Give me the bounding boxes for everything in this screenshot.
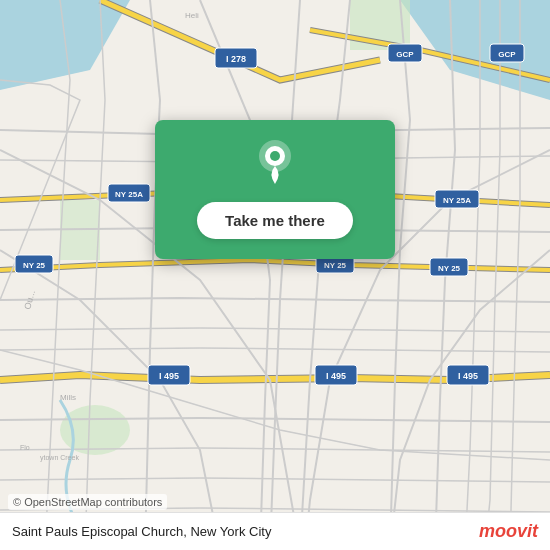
svg-text:NY 25A: NY 25A [115,190,143,199]
bottom-bar: Saint Pauls Episcopal Church, New York C… [0,512,550,550]
svg-text:NY 25: NY 25 [324,261,347,270]
svg-text:GCP: GCP [396,50,414,59]
svg-text:I 495: I 495 [326,371,346,381]
svg-text:Heli: Heli [185,11,199,20]
svg-text:GCP: GCP [498,50,516,59]
location-label: Saint Pauls Episcopal Church, New York C… [12,524,271,539]
svg-point-8 [60,405,130,455]
svg-text:I 495: I 495 [159,371,179,381]
svg-point-38 [270,151,280,161]
location-pin-icon [248,136,302,190]
svg-text:Mills: Mills [60,393,76,402]
svg-text:ytown Creek: ytown Creek [40,454,79,462]
svg-text:I 278: I 278 [226,54,246,64]
moovit-logo: moovit [479,521,538,542]
moovit-logo-text: moovit [479,521,538,542]
svg-text:NY 25: NY 25 [438,264,461,273]
map-svg: I 278 GCP GCP NY 25A NY 25A NY 25 NY 25 … [0,0,550,550]
take-me-there-button[interactable]: Take me there [197,202,353,239]
svg-text:Flo: Flo [20,444,30,451]
map-attribution: © OpenStreetMap contributors [8,494,167,510]
map-container: I 278 GCP GCP NY 25A NY 25A NY 25 NY 25 … [0,0,550,550]
navigation-card: Take me there [155,120,395,259]
svg-text:I 495: I 495 [458,371,478,381]
svg-text:NY 25A: NY 25A [443,196,471,205]
svg-text:NY 25: NY 25 [23,261,46,270]
